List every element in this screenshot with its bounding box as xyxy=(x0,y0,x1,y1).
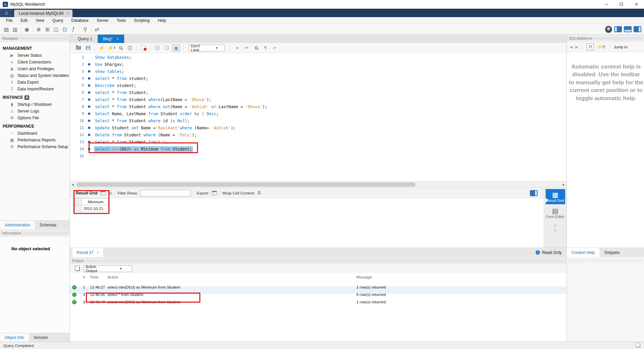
toggle-autocommit-icon[interactable]: ▦ xyxy=(172,44,180,52)
result-grid-table[interactable]: Minimum2012-10-21 xyxy=(75,198,110,212)
help-forward-icon[interactable]: ▶ xyxy=(575,45,578,49)
collapse-result-sidebar-icon[interactable] xyxy=(530,190,538,196)
scroll-left-icon[interactable]: ◂ xyxy=(70,182,76,187)
sql-code-editor[interactable]: 1Show databases;2Use bhargav;3show table… xyxy=(70,53,566,181)
clean-script-icon[interactable]: ✏ xyxy=(243,44,251,52)
code-line-8[interactable]: 8select * from Student where not(Name = … xyxy=(70,103,566,110)
help-back-icon[interactable]: ◀ xyxy=(569,45,573,49)
toggle-stop-on-error-icon[interactable] xyxy=(140,44,148,52)
sidebar-item-client-connections[interactable]: ≡Client Connections xyxy=(0,59,69,66)
menu-view[interactable]: View xyxy=(32,17,48,24)
menu-query[interactable]: Query xyxy=(48,17,67,24)
open-sql-script-icon[interactable]: ▥ xyxy=(11,25,19,33)
wrap-cell-content-icon[interactable]: ĪA xyxy=(258,191,261,195)
scroll-right-icon[interactable]: ▸ xyxy=(561,182,566,187)
connection-tab-close-icon[interactable]: × xyxy=(67,11,69,15)
toggle-left-sidebar-icon[interactable] xyxy=(614,26,622,32)
tab-administration[interactable]: Administration xyxy=(0,221,35,229)
tab-object-info[interactable]: Object Info xyxy=(0,333,29,342)
scrollbar-thumb[interactable] xyxy=(77,182,415,187)
sidebar-item-data-export[interactable]: ↥Data Export xyxy=(0,79,69,86)
minimize-button[interactable] xyxy=(599,0,614,8)
code-line-7[interactable]: 7select * from Student where(LastName = … xyxy=(70,96,566,103)
output-row-1[interactable]: ✓112:46:27select min(DOJ) as Minimum fro… xyxy=(70,279,566,287)
refresh-grid-icon[interactable]: ↻ xyxy=(108,190,112,196)
search-data-icon[interactable]: ⚲ xyxy=(81,25,90,33)
find-icon[interactable] xyxy=(252,44,260,52)
maximize-button[interactable] xyxy=(614,0,629,8)
tab-query-1[interactable]: Query 1 xyxy=(72,35,98,43)
menu-database[interactable]: Database xyxy=(67,17,93,24)
form-editor-side-tab[interactable]: ▤ Form Editor xyxy=(546,205,565,220)
side-tab-scroll-icons[interactable]: ∧∨ xyxy=(544,223,566,232)
export-recordset-icon[interactable] xyxy=(212,191,217,195)
code-line-11[interactable]: 11Update Student set Name ='Ravikant'whe… xyxy=(70,124,566,131)
sidebar-item-startup-shutdown[interactable]: ▮Startup / Shutdown xyxy=(0,101,69,108)
commit-icon[interactable]: ✔ xyxy=(153,44,161,52)
filter-rows-input[interactable] xyxy=(141,190,191,197)
wrap-text-icon[interactable]: ↩ xyxy=(271,44,279,52)
result-column-header[interactable]: Minimum xyxy=(82,199,110,205)
tab-schemas[interactable]: Schemas xyxy=(35,221,61,229)
code-line-3[interactable]: 3show tables; xyxy=(70,68,566,75)
sidebar-item-status-and-system-variables[interactable]: ▤Status and System Variables xyxy=(0,72,69,79)
menu-tools[interactable]: Tools xyxy=(112,17,130,24)
connection-tab[interactable]: Local instance MySQL80 × xyxy=(14,10,72,17)
manual-context-help-icon[interactable]: Ī? xyxy=(587,43,594,50)
sidebar-item-performance-reports[interactable]: ▦Performance Reports xyxy=(0,137,69,143)
grid-view-icon[interactable] xyxy=(100,191,105,195)
code-line-4[interactable]: 4select * from student; xyxy=(70,75,566,82)
code-line-12[interactable]: 12Delete from Student where (Name = 'Pal… xyxy=(70,131,566,138)
open-script-icon[interactable] xyxy=(75,44,83,52)
create-schema-icon[interactable]: ⊕ xyxy=(34,25,43,33)
menu-scripting[interactable]: Scripting xyxy=(130,17,154,24)
create-function-icon[interactable]: ƒ xyxy=(69,25,78,33)
menu-file[interactable]: File xyxy=(2,17,16,24)
code-line-1[interactable]: 1Show databases; xyxy=(70,54,566,61)
tab-session[interactable]: Session xyxy=(29,333,53,342)
new-query-tab-icon[interactable]: ▤ xyxy=(2,25,11,33)
create-table-icon[interactable]: ⊞ xyxy=(43,25,52,33)
sidebar-item-performance-schema-setup[interactable]: ⚙Performance Schema Setup xyxy=(0,143,69,150)
invisible-characters-icon[interactable]: ¶ xyxy=(261,44,269,52)
toggle-output-panel-icon[interactable] xyxy=(624,26,632,32)
close-button[interactable]: ✕ xyxy=(629,0,644,8)
result-tab-close-icon[interactable]: × xyxy=(97,251,99,255)
inspector-icon[interactable]: ◉ xyxy=(22,25,31,33)
tab-result-37[interactable]: Result 37 × xyxy=(72,248,103,257)
execute-icon[interactable]: ⚡ xyxy=(98,44,106,52)
sidebar-item-dashboard[interactable]: ◔Dashboard xyxy=(0,130,69,137)
row-limit-select[interactable]: Don't Limit ▼ xyxy=(189,45,225,51)
result-cell[interactable]: 2012-10-21 xyxy=(82,205,110,212)
home-tab-button[interactable]: ⌂ xyxy=(0,9,13,17)
code-line-15[interactable]: 15 xyxy=(70,152,566,160)
output-type-select[interactable]: Action Output ▼ xyxy=(83,265,132,272)
beautify-script-icon[interactable]: ✶ xyxy=(233,44,241,52)
auto-context-help-icon[interactable]: ⚡Ī? xyxy=(597,44,605,49)
sidebar-item-server-logs[interactable]: ⚠Server Logs xyxy=(0,108,69,115)
code-line-6[interactable]: 6select * from Student; xyxy=(70,89,566,96)
code-line-9[interactable]: 9Select Name, LastName from Student orde… xyxy=(70,110,566,117)
execute-current-statement-icon[interactable]: ⚡ xyxy=(107,44,115,52)
code-line-5[interactable]: 5Describe student; xyxy=(70,82,566,89)
code-line-2[interactable]: 2Use bhargav; xyxy=(70,61,566,68)
sidebar-item-data-import-restore[interactable]: ↧Data Import/Restore xyxy=(0,86,69,92)
tab-blog[interactable]: Blog* × xyxy=(98,35,124,43)
menu-help[interactable]: Help xyxy=(154,17,170,24)
reconfigure-server-icon[interactable]: ⇄ xyxy=(93,25,101,33)
result-grid-row[interactable]: 2012-10-21 xyxy=(75,205,110,212)
code-line-13[interactable]: 13Select * from Student limit 1; xyxy=(70,138,566,145)
sidebar-item-options-file[interactable]: ⚙Options File xyxy=(0,115,69,121)
editor-horizontal-scrollbar[interactable]: ◂ ▸ xyxy=(70,181,566,188)
tab-blog-close-icon[interactable]: × xyxy=(116,37,118,41)
sidebar-item-server-status[interactable]: ▶Server Status xyxy=(0,52,69,59)
toggle-right-sidebar-icon[interactable] xyxy=(634,26,641,32)
result-grid-side-tab[interactable]: ▦ Result Grid xyxy=(546,189,565,204)
rollback-icon[interactable]: ✖ xyxy=(163,44,171,52)
tab-context-help[interactable]: Context Help xyxy=(567,248,599,257)
create-view-icon[interactable]: ◫ xyxy=(52,25,60,33)
stop-query-icon[interactable] xyxy=(126,44,134,52)
create-procedure-icon[interactable]: ⊡ xyxy=(60,25,69,33)
sidebar-item-users-and-privileges[interactable]: ♟Users and Privileges xyxy=(0,66,69,72)
status-panel-icon[interactable] xyxy=(637,344,640,347)
